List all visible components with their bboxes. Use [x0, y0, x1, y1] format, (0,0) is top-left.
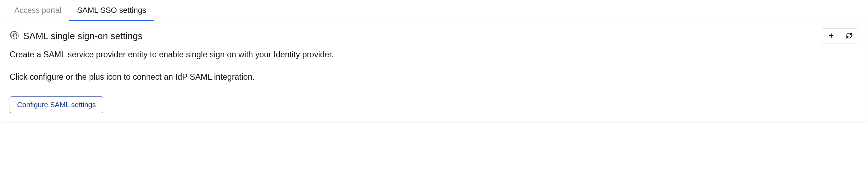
tab-saml-sso-settings[interactable]: SAML SSO settings — [69, 0, 154, 21]
configure-saml-button[interactable]: Configure SAML settings — [10, 96, 103, 113]
refresh-icon — [846, 32, 852, 40]
description-text: Create a SAML service provider entity to… — [10, 48, 858, 61]
fingerprint-icon — [10, 31, 19, 41]
refresh-button[interactable] — [840, 29, 858, 43]
title-group: SAML single sign-on settings — [10, 31, 142, 42]
tab-access-portal[interactable]: Access portal — [6, 0, 69, 21]
tabs-bar: Access portal SAML SSO settings — [0, 0, 868, 21]
add-button[interactable] — [822, 29, 840, 43]
plus-icon — [828, 32, 834, 40]
content-panel: SAML single sign-on settings — [0, 21, 868, 123]
header-row: SAML single sign-on settings — [10, 28, 858, 43]
page-title: SAML single sign-on settings — [23, 31, 142, 42]
action-button-group — [822, 28, 858, 43]
instruction-text: Click configure or the plus icon to conn… — [10, 71, 858, 83]
